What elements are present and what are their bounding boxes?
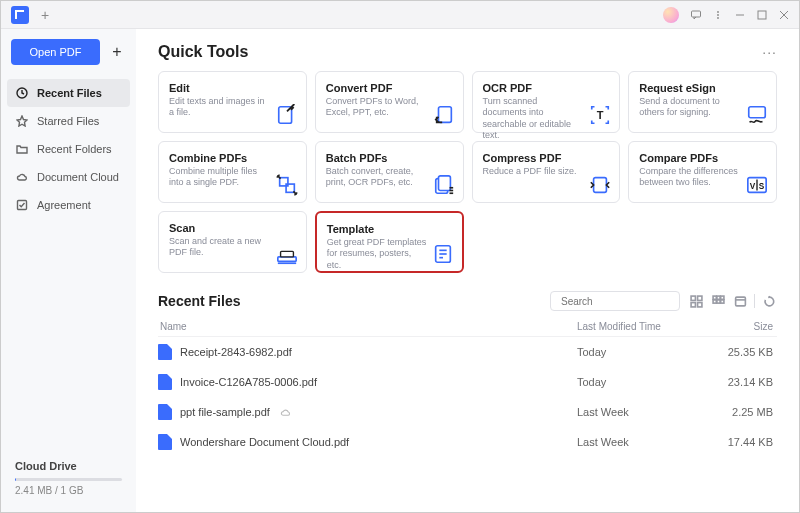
refresh-button[interactable] (761, 293, 777, 309)
file-name: Wondershare Document Cloud.pdf (180, 436, 349, 448)
tool-desc: Edit texts and images in a file. (169, 96, 269, 119)
checkbox-icon (15, 198, 29, 212)
tool-card-template[interactable]: TemplateGet great PDF templates for resu… (315, 211, 464, 273)
tool-icon (433, 104, 455, 126)
tool-title: Compare PDFs (639, 152, 766, 164)
svg-text:T: T (597, 109, 604, 121)
svg-rect-45 (735, 297, 745, 306)
tool-icon (432, 243, 454, 265)
sidebar-item-starred-files[interactable]: Starred Files (1, 107, 136, 135)
tool-icon (276, 174, 298, 196)
recent-files-table: Name Last Modified Time Size Receipt-284… (158, 317, 777, 457)
file-size: 25.35 KB (717, 346, 777, 358)
new-tab-button[interactable]: + (35, 7, 55, 23)
tool-card-batch-pdfs[interactable]: Batch PDFsBatch convert, create, print, … (315, 141, 464, 203)
menu-dots-icon[interactable] (707, 4, 729, 26)
quick-tools-more-button[interactable]: ··· (762, 44, 777, 60)
svg-rect-40 (716, 296, 719, 299)
tool-icon (276, 104, 298, 126)
search-box[interactable] (550, 291, 680, 311)
assistant-orb-icon[interactable] (663, 7, 679, 23)
svg-rect-37 (691, 302, 695, 306)
search-input[interactable] (561, 296, 688, 307)
tool-icon (276, 244, 298, 266)
tool-desc: Combine multiple files into a single PDF… (169, 166, 269, 189)
cloud-drive-title: Cloud Drive (15, 460, 122, 472)
file-size: 23.14 KB (717, 376, 777, 388)
tool-card-request-esign[interactable]: Request eSignSend a document to others f… (628, 71, 777, 133)
close-button[interactable] (773, 4, 795, 26)
quick-tools-grid: EditEdit texts and images in a file.Conv… (158, 71, 777, 273)
sidebar-item-document-cloud[interactable]: Document Cloud (1, 163, 136, 191)
tool-card-edit[interactable]: EditEdit texts and images in a file. (158, 71, 307, 133)
file-size: 2.25 MB (717, 406, 777, 418)
cloud-drive-progressbar (15, 478, 122, 481)
sidebar-item-recent-folders[interactable]: Recent Folders (1, 135, 136, 163)
table-header: Name Last Modified Time Size (158, 317, 777, 337)
table-row[interactable]: Wondershare Document Cloud.pdfLast Week1… (158, 427, 777, 457)
tool-card-compare-pdfs[interactable]: Compare PDFsCompare the differences betw… (628, 141, 777, 203)
file-name: ppt file-sample.pdf (180, 406, 270, 418)
tool-title: Edit (169, 82, 296, 94)
tool-desc: Turn scanned documents into searchable o… (483, 96, 583, 141)
table-row[interactable]: Receipt-2843-6982.pdfToday25.35 KB (158, 337, 777, 367)
separator (754, 294, 755, 308)
file-modified: Today (577, 346, 717, 358)
svg-rect-39 (713, 296, 716, 299)
pdf-file-icon (158, 374, 172, 390)
file-name-cell: Wondershare Document Cloud.pdf (158, 434, 577, 450)
sidebar-item-agreement[interactable]: Agreement (1, 191, 136, 219)
add-button[interactable]: + (108, 43, 126, 61)
table-row[interactable]: Invoice-C126A785-0006.pdfToday23.14 KB (158, 367, 777, 397)
file-name: Receipt-2843-6982.pdf (180, 346, 292, 358)
tool-card-ocr-pdf[interactable]: OCR PDFTurn scanned documents into searc… (472, 71, 621, 133)
pdf-file-icon (158, 434, 172, 450)
tool-card-convert-pdf[interactable]: Convert PDFConvert PDFs to Word, Excel, … (315, 71, 464, 133)
view-small-grid-button[interactable] (710, 293, 726, 309)
tool-icon (746, 104, 768, 126)
cloud-drive-status: Cloud Drive 2.41 MB / 1 GB (1, 460, 136, 506)
tool-desc: Get great PDF templates for resumes, pos… (327, 237, 427, 271)
minimize-button[interactable] (729, 4, 751, 26)
tool-icon (433, 174, 455, 196)
table-row[interactable]: ppt file-sample.pdfLast Week2.25 MB (158, 397, 777, 427)
column-name[interactable]: Name (158, 321, 577, 332)
sidebar-item-recent-files[interactable]: Recent Files (7, 79, 130, 107)
sidebar-item-label: Recent Files (37, 87, 102, 99)
tool-desc: Scan and create a new PDF file. (169, 236, 269, 259)
tool-icon (589, 174, 611, 196)
tool-card-compress-pdf[interactable]: Compress PDFReduce a PDF file size. (472, 141, 621, 203)
tool-title: Request eSign (639, 82, 766, 94)
tool-title: Compress PDF (483, 152, 610, 164)
column-size[interactable]: Size (717, 321, 777, 332)
file-size: 17.44 KB (717, 436, 777, 448)
tool-icon: VS (746, 174, 768, 196)
tool-card-scan[interactable]: ScanScan and create a new PDF file. (158, 211, 307, 273)
svg-rect-41 (720, 296, 723, 299)
sidebar-item-label: Starred Files (37, 115, 99, 127)
cloud-sync-icon (280, 407, 291, 418)
view-calendar-button[interactable] (732, 293, 748, 309)
tool-title: Combine PDFs (169, 152, 296, 164)
open-pdf-button[interactable]: Open PDF (11, 39, 100, 65)
svg-point-1 (717, 11, 719, 13)
column-modified[interactable]: Last Modified Time (577, 321, 717, 332)
pdf-file-icon (158, 404, 172, 420)
tool-desc: Batch convert, create, print, OCR PDFs, … (326, 166, 426, 189)
svg-rect-44 (720, 299, 723, 302)
svg-rect-38 (697, 302, 701, 306)
svg-rect-17 (438, 176, 450, 191)
tool-card-combine-pdfs[interactable]: Combine PDFsCombine multiple files into … (158, 141, 307, 203)
tool-title: Scan (169, 222, 296, 234)
file-name: Invoice-C126A785-0006.pdf (180, 376, 317, 388)
svg-rect-13 (749, 107, 766, 118)
svg-rect-35 (691, 296, 695, 300)
recent-files-heading: Recent Files (158, 293, 240, 309)
svg-point-3 (717, 17, 719, 19)
svg-rect-43 (716, 299, 719, 302)
tool-desc: Send a document to others for signing. (639, 96, 739, 119)
chat-icon[interactable] (685, 4, 707, 26)
maximize-button[interactable] (751, 4, 773, 26)
view-large-grid-button[interactable] (688, 293, 704, 309)
file-name-cell: ppt file-sample.pdf (158, 404, 577, 420)
